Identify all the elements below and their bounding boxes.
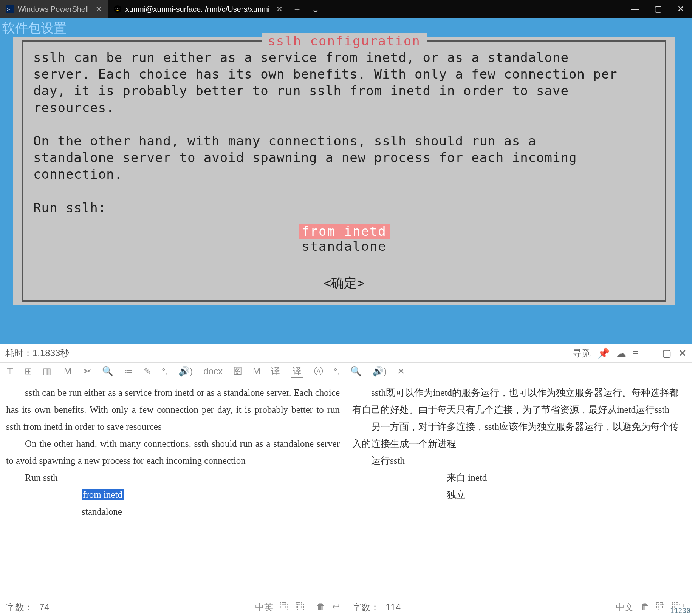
ocr-left-p1: ssth can be run either as a service from… bbox=[6, 384, 340, 435]
dialog-body-text: sslh can be run either as a service from… bbox=[33, 49, 655, 216]
tool-8[interactable]: °, bbox=[162, 366, 168, 377]
ocr-toolbar: ⊤ ⊞ ▥ M ✂ 🔍 ≔ ✎ °, 🔊) docx 图 M 译 译 Ⓐ °, … bbox=[0, 363, 692, 380]
pin-icon[interactable]: 📌 bbox=[598, 347, 610, 359]
wrap-icon[interactable]: ↩ bbox=[332, 601, 340, 613]
option-from-inetd[interactable]: from inetd bbox=[299, 224, 390, 239]
tab-label: Windows PowerShell bbox=[18, 5, 89, 14]
close-button[interactable]: ✕ bbox=[669, 0, 692, 18]
copy-icon-r[interactable]: ⿻ bbox=[656, 601, 666, 613]
ocr-left-p2: On the other hand, with many connections… bbox=[6, 435, 340, 469]
tool-3[interactable]: M bbox=[62, 366, 73, 377]
speaker-icon-2[interactable]: 🔊) bbox=[372, 366, 387, 377]
ocr-left-opt2: standalone bbox=[82, 506, 122, 517]
menu-icon[interactable]: ≡ bbox=[633, 347, 639, 359]
ocr-footer: 字数： 74 中英 ⿻ ⿻⁺ 🗑 ↩ 字数： 114 中文 🗑 ⿻ ⿻⁺ bbox=[0, 598, 692, 616]
svg-point-6 bbox=[118, 8, 119, 9]
ocr-right-opt1: 来自 inetd bbox=[447, 472, 487, 483]
svg-point-5 bbox=[116, 8, 117, 9]
terminal-area[interactable]: 软件包设置 sslh configuration sslh can be run… bbox=[0, 18, 692, 344]
tux-icon bbox=[113, 5, 122, 13]
elapsed-time: 耗时：1.1833秒 bbox=[5, 347, 69, 359]
lang-right[interactable]: 中文 bbox=[616, 601, 634, 613]
translate-button[interactable]: 译 bbox=[271, 365, 280, 377]
maximize-icon[interactable]: ▢ bbox=[662, 347, 672, 359]
image-button[interactable]: 图 bbox=[233, 365, 242, 377]
ocr-right-column[interactable]: ssth既可以作为inetd的服务运行，也可以作为独立服务器运行。每种选择都有自… bbox=[346, 380, 692, 598]
trash-icon-r[interactable]: 🗑 bbox=[641, 601, 650, 613]
copy-icon[interactable]: ⿻ bbox=[280, 601, 289, 613]
option-list: from inetd standalone bbox=[33, 224, 655, 254]
tab-wsl[interactable]: xunmi@xunmi-surface: /mnt/c/Users/xunmi … bbox=[108, 0, 289, 18]
option-standalone[interactable]: standalone bbox=[299, 239, 390, 254]
edit-icon[interactable]: ✎ bbox=[144, 366, 151, 377]
trash-icon[interactable]: 🗑 bbox=[316, 601, 325, 613]
config-dialog: sslh configuration sslh can be run eithe… bbox=[22, 40, 666, 302]
x-icon[interactable]: ✕ bbox=[397, 366, 405, 377]
ocr-left-column[interactable]: ssth can be run either as a service from… bbox=[0, 380, 346, 598]
docx-button[interactable]: docx bbox=[203, 366, 223, 377]
tool-1[interactable]: ⊞ bbox=[25, 366, 32, 377]
tab-powershell[interactable]: >_ Windows PowerShell ✕ bbox=[0, 0, 108, 18]
search-label[interactable]: 寻觅 bbox=[573, 347, 591, 359]
word-count-right: 114 bbox=[385, 602, 401, 613]
svg-text:>_: >_ bbox=[7, 6, 13, 12]
translate-alt-button[interactable]: 译 bbox=[291, 365, 303, 378]
dialog-title: sslh configuration bbox=[262, 33, 426, 48]
new-tab-button[interactable]: + bbox=[288, 3, 305, 15]
close-icon[interactable]: ✕ bbox=[678, 347, 687, 359]
ps-icon: >_ bbox=[6, 5, 14, 13]
ocr-right-p1: ssth既可以作为inetd的服务运行，也可以作为独立服务器运行。每种选择都有自… bbox=[352, 384, 686, 418]
maximize-button[interactable]: ▢ bbox=[647, 0, 669, 18]
window-titlebar: >_ Windows PowerShell ✕ xunmi@xunmi-surf… bbox=[0, 0, 692, 18]
ocr-panel: 耗时：1.1833秒 寻觅 📌 ☁ ≡ — ▢ ✕ ⊤ ⊞ ▥ M ✂ 🔍 ≔ … bbox=[0, 344, 692, 616]
font-icon[interactable]: Ⓐ bbox=[314, 365, 323, 377]
lang-left[interactable]: 中英 bbox=[255, 601, 273, 613]
tool-2[interactable]: ▥ bbox=[43, 366, 51, 377]
scissors-icon[interactable]: ✂ bbox=[84, 366, 91, 377]
svg-point-2 bbox=[114, 5, 121, 13]
copy-plus-icon[interactable]: ⿻⁺ bbox=[296, 601, 310, 613]
ocr-header: 耗时：1.1833秒 寻觅 📌 ☁ ≡ — ▢ ✕ bbox=[0, 344, 692, 363]
tool-16[interactable]: °, bbox=[334, 366, 340, 377]
word-count-left: 74 bbox=[39, 602, 50, 613]
ocr-left-p3: Run ssth bbox=[6, 469, 340, 486]
search-icon-2[interactable]: 🔍 bbox=[350, 366, 362, 377]
word-count-label-r: 字数： bbox=[352, 601, 379, 613]
cloud-icon[interactable]: ☁ bbox=[616, 347, 626, 359]
speaker-icon[interactable]: 🔊) bbox=[178, 366, 193, 377]
tab-dropdown[interactable]: ⌄ bbox=[306, 3, 325, 15]
tool-12[interactable]: M bbox=[253, 366, 260, 377]
word-count-label: 字数： bbox=[6, 601, 33, 613]
ocr-body: ssth can be run either as a service from… bbox=[0, 380, 692, 598]
corner-number: 11230 bbox=[670, 607, 690, 614]
window-controls: — ▢ ✕ bbox=[624, 0, 692, 18]
ocr-right-p3: 运行ssth bbox=[352, 452, 686, 469]
close-icon[interactable]: ✕ bbox=[276, 5, 283, 14]
ocr-left-opt1: from inetd bbox=[82, 489, 124, 500]
ocr-right-p2: 另一方面，对于许多连接，ssth应该作为独立服务器运行，以避免为每个传入的连接生… bbox=[352, 418, 686, 452]
list-icon[interactable]: ≔ bbox=[124, 366, 133, 377]
minimize-button[interactable]: — bbox=[624, 0, 647, 18]
tab-label: xunmi@xunmi-surface: /mnt/c/Users/xunmi bbox=[125, 5, 270, 14]
ocr-right-opt2: 独立 bbox=[447, 489, 466, 500]
dialog-shadow: sslh configuration sslh can be run eithe… bbox=[13, 37, 675, 305]
close-icon[interactable]: ✕ bbox=[96, 5, 102, 14]
ok-button[interactable]: <确定> bbox=[33, 275, 655, 292]
tool-0[interactable]: ⊤ bbox=[6, 366, 14, 377]
minimize-icon[interactable]: — bbox=[646, 347, 655, 359]
search-icon[interactable]: 🔍 bbox=[102, 366, 113, 377]
